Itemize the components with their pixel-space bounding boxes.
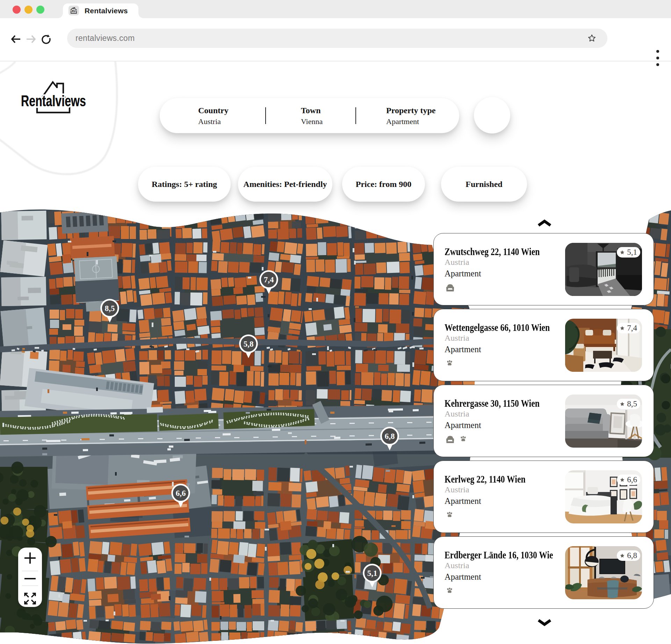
svg-text:5,8: 5,8 [244, 340, 254, 348]
svg-text:6,6: 6,6 [176, 489, 186, 498]
svg-text:6,8: 6,8 [385, 432, 395, 441]
svg-text:8,5: 8,5 [105, 304, 115, 313]
svg-text:RV: RV [72, 9, 76, 13]
svg-text:7,4: 7,4 [264, 275, 274, 284]
svg-text:5,1: 5,1 [367, 569, 377, 578]
svg-text:Rentalviews: Rentalviews [21, 92, 86, 109]
